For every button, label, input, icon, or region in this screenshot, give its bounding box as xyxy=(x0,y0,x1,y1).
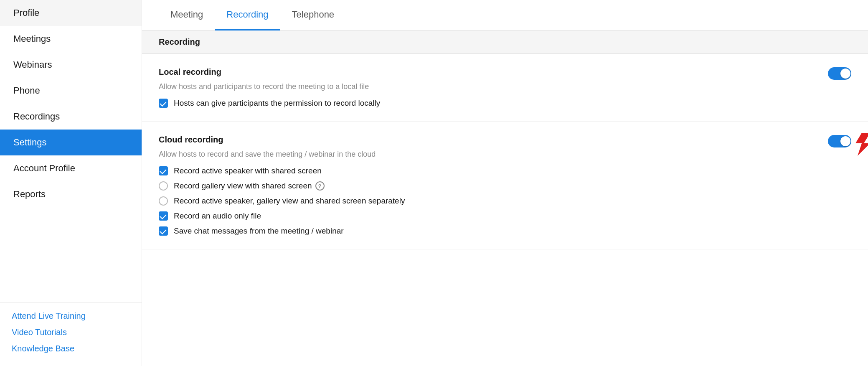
setting-header-wrapper: Cloud recording xyxy=(159,135,851,147)
option-label-local-hosts-permission: Hosts can give participants the permissi… xyxy=(174,99,380,108)
sidebar-item-reports[interactable]: Reports xyxy=(0,181,142,207)
sidebar-item-account-profile[interactable]: Account Profile xyxy=(0,155,142,181)
option-label-gallery-shared: Record gallery view with shared screen xyxy=(174,181,312,191)
sidebar-link-knowledge-base[interactable]: Knowledge Base xyxy=(12,344,130,353)
checkbox-save-chat[interactable] xyxy=(159,226,168,236)
toggle-thumb-cloud-recording xyxy=(840,136,850,146)
section-header: Recording xyxy=(142,30,868,54)
main-content: MeetingRecordingTelephone Recording Loca… xyxy=(142,0,868,366)
tabs-bar: MeetingRecordingTelephone xyxy=(142,0,868,30)
option-row-active-speaker-shared[interactable]: Record active speaker with shared screen xyxy=(159,166,851,175)
sidebar: ProfileMeetingsWebinarsPhoneRecordingsSe… xyxy=(0,0,142,366)
sidebar-item-webinars[interactable]: Webinars xyxy=(0,52,142,78)
setting-title-local-recording: Local recording xyxy=(159,67,221,77)
option-label-active-speaker-shared: Record active speaker with shared screen xyxy=(174,166,322,175)
setting-header-local-recording: Local recording xyxy=(159,67,851,80)
option-label-active-gallery-separately: Record active speaker, gallery view and … xyxy=(174,196,405,206)
svg-marker-0 xyxy=(855,133,868,156)
sidebar-nav: ProfileMeetingsWebinarsPhoneRecordingsSe… xyxy=(0,0,142,302)
option-row-active-gallery-separately[interactable]: Record active speaker, gallery view and … xyxy=(159,196,851,206)
radio-gallery-shared[interactable] xyxy=(159,181,168,191)
setting-block-cloud-recording: Cloud recordingAllow hosts to record and… xyxy=(142,122,868,249)
setting-desc-cloud-recording: Allow hosts to record and save the meeti… xyxy=(159,150,851,159)
sidebar-link-video-tutorials[interactable]: Video Tutorials xyxy=(12,328,130,337)
option-row-local-hosts-permission[interactable]: Hosts can give participants the permissi… xyxy=(159,99,851,108)
option-row-gallery-shared[interactable]: Record gallery view with shared screen? xyxy=(159,181,851,191)
settings-list: Local recordingAllow hosts and participa… xyxy=(142,54,868,249)
setting-desc-local-recording: Allow hosts and participants to record t… xyxy=(159,82,851,91)
sidebar-item-recordings[interactable]: Recordings xyxy=(0,104,142,130)
option-row-audio-only[interactable]: Record an audio only file xyxy=(159,211,851,221)
option-label-save-chat: Save chat messages from the meeting / we… xyxy=(174,226,344,236)
setting-header-cloud-recording: Cloud recording xyxy=(159,135,851,147)
radio-active-gallery-separately[interactable] xyxy=(159,196,168,206)
option-row-save-chat[interactable]: Save chat messages from the meeting / we… xyxy=(159,226,851,236)
sidebar-item-profile[interactable]: Profile xyxy=(0,0,142,26)
sidebar-item-phone[interactable]: Phone xyxy=(0,78,142,104)
settings-content: Recording Local recordingAllow hosts and… xyxy=(142,30,868,366)
tab-telephone[interactable]: Telephone xyxy=(280,0,346,30)
toggle-thumb-local-recording xyxy=(840,69,850,79)
setting-header-wrapper: Local recording xyxy=(159,67,851,80)
setting-title-cloud-recording: Cloud recording xyxy=(159,135,223,145)
sidebar-bottom: Attend Live TrainingVideo TutorialsKnowl… xyxy=(0,302,142,366)
checkbox-local-hosts-permission[interactable] xyxy=(159,99,168,108)
tab-meeting[interactable]: Meeting xyxy=(159,0,215,30)
tab-recording[interactable]: Recording xyxy=(215,0,280,30)
checkbox-active-speaker-shared[interactable] xyxy=(159,166,168,175)
sidebar-item-meetings[interactable]: Meetings xyxy=(0,26,142,52)
toggle-cloud-recording[interactable] xyxy=(828,135,851,147)
red-arrow-annotation xyxy=(849,131,868,160)
toggle-local-recording[interactable] xyxy=(828,67,851,80)
sidebar-link-attend-live-training[interactable]: Attend Live Training xyxy=(12,311,130,321)
sidebar-item-settings[interactable]: Settings xyxy=(0,130,142,155)
help-icon-gallery-shared[interactable]: ? xyxy=(315,181,325,191)
setting-block-local-recording: Local recordingAllow hosts and participa… xyxy=(142,54,868,122)
option-label-audio-only: Record an audio only file xyxy=(174,211,261,221)
checkbox-audio-only[interactable] xyxy=(159,211,168,221)
